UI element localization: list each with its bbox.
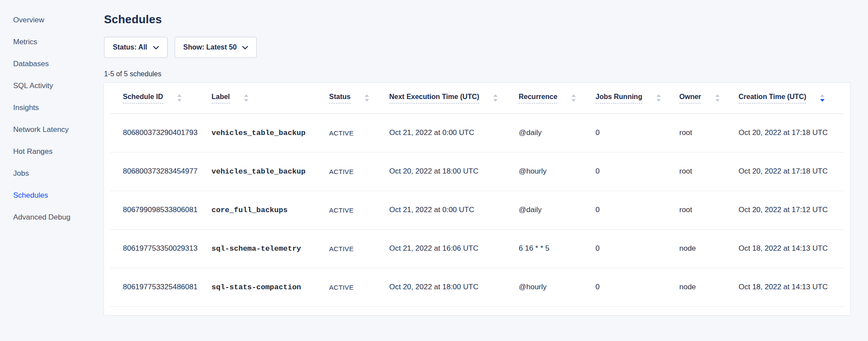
show-filter-dropdown[interactable]: Show: Latest 50 [175,37,257,58]
cell-jobs-running: 0 [595,152,679,191]
cell-status: ACTIVE [329,268,389,306]
sort-arrows-icon[interactable] [571,94,576,102]
cell-creation-time: Oct 18, 2022 at 14:13 UTC [739,268,844,306]
main-content: Schedules Status: All Show: Latest 50 1-… [104,0,868,341]
sidebar-item-metrics[interactable]: Metrics [0,31,104,53]
schedules-table-card: Schedule ID Label Stat [104,83,850,315]
cell-jobs-running: 0 [595,114,679,152]
cell-jobs-running: 0 [595,229,679,268]
cell-schedule-id: 806197753350029313 [110,229,212,268]
sidebar-item-insights[interactable]: Insights [0,97,104,119]
table-header-row: Schedule ID Label Stat [110,83,844,114]
cell-owner: node [679,229,739,268]
cell-schedule-id: 806800373283454977 [110,152,212,191]
cell-label: vehicles_table_backup [212,114,329,152]
status-filter-dropdown[interactable]: Status: All [104,37,168,58]
cell-schedule-id: 806197753325486081 [110,268,212,306]
sort-arrows-icon[interactable] [715,94,720,102]
cell-status: ACTIVE [329,114,389,152]
table-row: 806800373283454977 vehicles_table_backup… [110,152,844,191]
sidebar-item-advanced-debug[interactable]: Advanced Debug [0,206,104,228]
cell-status: ACTIVE [329,191,389,229]
sidebar-item-schedules[interactable]: Schedules [0,185,104,206]
column-header-creation-time[interactable]: Creation Time (UTC) [739,83,844,114]
column-header-label[interactable]: Jobs Running [595,93,642,103]
sort-arrows-icon[interactable] [177,94,182,102]
cell-label: sql-stats-compaction [212,268,329,306]
cell-schedule-id: 806800373290401793 [110,114,212,152]
cell-recurrence: @hourly [519,152,595,191]
sidebar-item-sql-activity[interactable]: SQL Activity [0,75,104,97]
cell-jobs-running: 0 [595,268,679,306]
cell-label: sql-schema-telemetry [212,229,329,268]
column-header-schedule-id[interactable]: Schedule ID [110,83,212,114]
sidebar-item-network-latency[interactable]: Network Latency [0,119,104,141]
sort-arrows-icon[interactable] [244,94,248,102]
cell-owner: node [679,268,739,306]
cell-owner: root [679,114,739,152]
sidebar-item-jobs[interactable]: Jobs [0,163,104,185]
cell-status: ACTIVE [329,229,389,268]
cell-creation-time: Oct 20, 2022 at 17:18 UTC [739,152,844,191]
cell-owner: root [679,152,739,191]
table-row: 806800373290401793 vehicles_table_backup… [110,114,844,152]
show-filter-value: Show: Latest 50 [183,43,237,51]
cell-next-execution: Oct 21, 2022 at 0:00 UTC [389,114,519,152]
column-header-label[interactable]: Status [329,93,351,103]
table-row: 806197753325486081 sql-stats-compaction … [110,268,844,306]
chevron-down-icon [242,46,248,50]
app-root: Overview Metrics Databases SQL Activity … [0,0,868,341]
column-header-label[interactable]: Owner [679,93,701,103]
results-count: 1-5 of 5 schedules [104,69,850,79]
cell-status: ACTIVE [329,152,389,191]
cell-recurrence: @daily [519,191,595,229]
column-header-next-execution-time[interactable]: Next Execution Time (UTC) [389,83,519,114]
sidebar-item-overview[interactable]: Overview [0,9,104,31]
cell-creation-time: Oct 20, 2022 at 17:18 UTC [739,114,844,152]
column-header-label[interactable]: Schedule ID [123,93,163,103]
sort-arrows-icon[interactable] [365,94,369,102]
sort-arrows-icon[interactable] [493,94,498,102]
column-header-recurrence[interactable]: Recurrence [519,83,595,114]
column-header-label[interactable]: Label [212,93,230,103]
sidebar: Overview Metrics Databases SQL Activity … [0,0,104,341]
status-filter-value: Status: All [113,43,147,51]
column-header-status[interactable]: Status [329,83,389,114]
cell-recurrence: 6 16 * * 5 [519,229,595,268]
cell-schedule-id: 806799098533806081 [110,191,212,229]
sidebar-item-databases[interactable]: Databases [0,53,104,75]
column-header-label-col[interactable]: Label [212,83,329,114]
cell-recurrence: @daily [519,114,595,152]
cell-next-execution: Oct 21, 2022 at 16:06 UTC [389,229,519,268]
sidebar-nav-list: Overview Metrics Databases SQL Activity … [0,9,104,228]
column-header-jobs-running[interactable]: Jobs Running [595,83,679,114]
sort-arrows-icon[interactable] [656,94,661,102]
cell-next-execution: Oct 20, 2022 at 18:00 UTC [389,152,519,191]
cell-creation-time: Oct 18, 2022 at 14:13 UTC [739,229,844,268]
schedules-table: Schedule ID Label Stat [110,83,844,307]
page-title: Schedules [104,13,850,25]
cell-jobs-running: 0 [595,191,679,229]
table-row: 806197753350029313 sql-schema-telemetry … [110,229,844,268]
table-row: 806799098533806081 core_full_backups ACT… [110,191,844,229]
column-header-owner[interactable]: Owner [679,83,739,114]
sort-arrows-icon[interactable] [820,94,825,102]
cell-next-execution: Oct 21, 2022 at 0:00 UTC [389,191,519,229]
cell-label: core_full_backups [212,191,329,229]
cell-creation-time: Oct 20, 2022 at 17:12 UTC [739,191,844,229]
column-header-label[interactable]: Next Execution Time (UTC) [389,93,479,103]
filter-bar: Status: All Show: Latest 50 [104,37,850,58]
column-header-label[interactable]: Creation Time (UTC) [739,93,806,103]
chevron-down-icon [153,46,159,50]
cell-owner: root [679,191,739,229]
sidebar-item-hot-ranges[interactable]: Hot Ranges [0,141,104,163]
cell-label: vehicles_table_backup [212,152,329,191]
column-header-label[interactable]: Recurrence [519,93,557,103]
cell-next-execution: Oct 20, 2022 at 18:00 UTC [389,268,519,306]
cell-recurrence: @hourly [519,268,595,306]
